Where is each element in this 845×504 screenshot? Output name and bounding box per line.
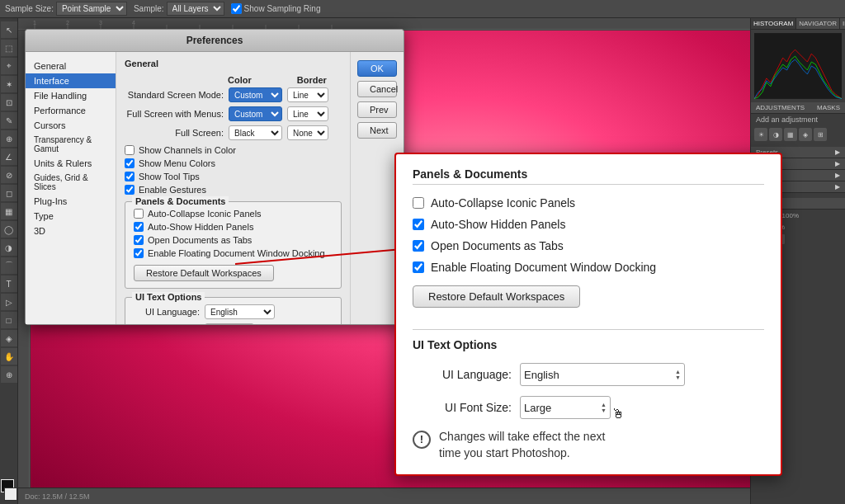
sample-size-select[interactable]: Point Sample: [56, 2, 127, 16]
ui-language-select[interactable]: English: [205, 304, 275, 319]
ok-button[interactable]: OK: [357, 60, 397, 77]
color-border-headers: Color Border: [228, 75, 342, 85]
tool-text[interactable]: T: [1, 276, 17, 292]
language-spinner: ▲ ▼: [675, 369, 681, 380]
restore-workspaces-button[interactable]: Restore Default Workspaces: [134, 265, 274, 281]
tool-zoom[interactable]: ⊕: [1, 366, 17, 383]
adjustments-section-header[interactable]: ADJUSTMENTS MASKS: [751, 102, 845, 114]
tool-lasso[interactable]: ⌖: [1, 58, 17, 74]
sidebar-item-guides[interactable]: Guides, Grid & Slices: [26, 171, 116, 194]
tool-dodge[interactable]: ◑: [1, 239, 17, 256]
tool-blur[interactable]: ◯: [1, 221, 17, 238]
sidebar-item-plugins[interactable]: Plug-Ins: [26, 194, 116, 209]
sidebar-item-general[interactable]: General: [26, 59, 116, 73]
ui-text-title: UI Text Options: [132, 292, 205, 302]
background-color[interactable]: [4, 488, 17, 501]
cancel-button[interactable]: Cancel: [357, 81, 397, 97]
border-label: Border: [297, 75, 327, 85]
checkbox-show-channels: Show Channels in Color: [125, 145, 342, 155]
tool-pen[interactable]: ⌒: [1, 257, 17, 274]
sample-size-label: Sample Size:: [5, 4, 54, 13]
tool-magic-wand[interactable]: ✶: [1, 76, 17, 92]
zoom-language-select[interactable]: English ▲ ▼: [520, 363, 685, 386]
tab-info[interactable]: INFO: [840, 18, 845, 29]
enable-gestures-checkbox[interactable]: [125, 185, 135, 195]
enable-floating-checkbox[interactable]: [134, 248, 144, 258]
sidebar-item-performance[interactable]: Performance: [26, 103, 116, 118]
ui-font-size-row: UI Font Size: Large: [134, 323, 333, 324]
sample-select[interactable]: All Layers: [167, 2, 224, 16]
zoom-open-tabs-checkbox[interactable]: [413, 240, 424, 252]
font-size-spinner: ▲ ▼: [601, 402, 607, 413]
show-tooltips-checkbox[interactable]: [125, 172, 135, 181]
fullscreen-menus-border-select[interactable]: Line: [287, 106, 328, 121]
tool-gradient[interactable]: ▦: [1, 203, 17, 219]
tool-healing[interactable]: ⊕: [1, 130, 17, 147]
show-sampling-ring-label: Show Sampling Ring: [244, 4, 321, 13]
auto-collapse-checkbox[interactable]: [134, 209, 144, 219]
checkbox-open-as-tabs: Open Documents as Tabs: [134, 235, 333, 245]
tool-brush[interactable]: ∠: [1, 148, 17, 165]
checkbox-auto-collapse: Auto-Collapse Iconic Panels: [134, 209, 333, 219]
show-sampling-ring-checkbox[interactable]: [231, 3, 242, 14]
fullscreen-menus-select[interactable]: Custom: [229, 106, 282, 121]
fs-spinner-up: ▲: [601, 402, 607, 407]
show-channels-checkbox[interactable]: [125, 145, 135, 155]
standard-screen-select[interactable]: Custom: [229, 87, 282, 102]
tool-clone[interactable]: ⊘: [1, 167, 17, 183]
fullscreen-select[interactable]: Black: [229, 125, 282, 140]
next-button[interactable]: Next: [357, 122, 397, 139]
tool-path-select[interactable]: ▷: [1, 294, 17, 310]
spinner-up: ▲: [675, 369, 681, 374]
pref-body: General Interface File Handling Performa…: [26, 52, 404, 324]
adj-icon-3[interactable]: ▦: [784, 128, 797, 141]
sidebar-item-type[interactable]: Type: [26, 209, 116, 224]
sidebar-item-cursors[interactable]: Cursors: [26, 118, 116, 133]
zoom-enable-floating-checkbox[interactable]: [413, 261, 424, 273]
fullscreen-menus-label: Full Screen with Menus:: [125, 109, 224, 119]
cursor-hand-icon: 🖱: [611, 407, 625, 422]
zoom-panels-title: Panels & Documents: [413, 167, 764, 185]
standard-screen-border-select[interactable]: Line: [287, 87, 328, 102]
sidebar-item-units[interactable]: Units & Rulers: [26, 156, 116, 171]
zoom-restore-workspaces-button[interactable]: Restore Default Workspaces: [413, 285, 580, 308]
tool-shape[interactable]: □: [1, 312, 17, 328]
tool-crop[interactable]: ⊡: [1, 94, 17, 111]
adjustments-note: Add an adjustment: [751, 114, 845, 125]
ui-font-size-select[interactable]: Large: [205, 323, 254, 324]
tool-hand[interactable]: ✋: [1, 348, 17, 365]
fullscreen-border-select[interactable]: None: [287, 125, 328, 140]
ui-text-section: UI Text Options UI Language: English UI …: [125, 297, 342, 324]
show-menu-colors-checkbox[interactable]: [125, 158, 135, 168]
panels-documents-title: Panels & Documents: [132, 196, 229, 206]
sidebar-item-interface[interactable]: Interface: [26, 73, 116, 88]
adj-icon-2[interactable]: ◑: [769, 128, 782, 141]
tool-3d[interactable]: ◈: [1, 330, 17, 346]
sidebar-item-transparency[interactable]: Transparency & Gamut: [26, 133, 116, 156]
sidebar-item-3d[interactable]: 3D: [26, 224, 116, 238]
general-section-title: General: [125, 59, 342, 68]
adj-icon-1[interactable]: ☀: [754, 128, 767, 141]
tool-eyedropper[interactable]: ✎: [1, 112, 17, 129]
auto-show-checkbox[interactable]: [134, 222, 144, 232]
checkbox-show-menu-colors: Show Menu Colors: [125, 158, 342, 168]
sample-item: Sample: All Layers: [134, 2, 224, 16]
tool-marquee[interactable]: ⬚: [1, 40, 17, 56]
adj-icon-4[interactable]: ◈: [799, 128, 812, 141]
zoom-auto-show-label: Auto-Show Hidden Panels: [431, 218, 565, 231]
tab-histogram[interactable]: HISTOGRAM: [751, 18, 796, 29]
adj-icon-5[interactable]: ⊞: [814, 128, 827, 141]
tool-move[interactable]: ↖: [1, 21, 17, 38]
prev-button[interactable]: Prev: [357, 101, 397, 118]
spinner-down: ▼: [675, 374, 681, 380]
tool-eraser[interactable]: ◻: [1, 185, 17, 201]
zoom-auto-collapse-checkbox[interactable]: [413, 197, 424, 209]
zoom-auto-collapse-label: Auto-Collapse Iconic Panels: [431, 196, 575, 210]
zoom-font-size-select[interactable]: Large ▲ ▼ 🖱: [520, 396, 611, 419]
tab-navigator[interactable]: NAVIGATOR: [796, 18, 840, 29]
open-as-tabs-checkbox[interactable]: [134, 235, 144, 245]
zoom-ui-text-section: UI Text Options UI Language: English ▲ ▼…: [413, 329, 764, 461]
sample-label: Sample:: [134, 4, 164, 13]
zoom-auto-show-checkbox[interactable]: [413, 219, 424, 230]
sidebar-item-filehandling[interactable]: File Handling: [26, 88, 116, 103]
